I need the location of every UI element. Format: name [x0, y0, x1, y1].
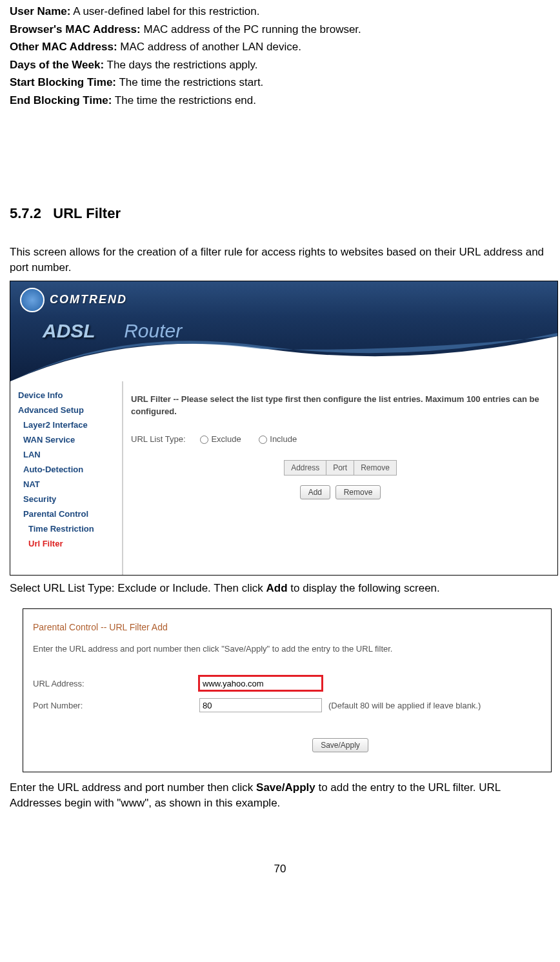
radio-include[interactable] — [259, 436, 267, 444]
header-curve — [10, 317, 557, 381]
intro-paragraph: This screen allows for the creation of a… — [10, 245, 550, 276]
nav-wan-service[interactable]: WAN Service — [18, 432, 122, 447]
definitions-list: User Name: A user-defined label for this… — [10, 3, 550, 108]
page-number: 70 — [10, 863, 550, 876]
list-type-label: URL List Type: — [131, 434, 186, 444]
router-header: COMTREND ADSL Router — [10, 281, 557, 381]
nav-parental-control[interactable]: Parental Control — [18, 506, 122, 521]
logo-icon — [20, 288, 45, 312]
instruction-paragraph-2: Enter the URL address and port number th… — [10, 780, 550, 811]
nav-nat[interactable]: NAT — [18, 477, 122, 492]
port-number-row: Port Number: (Default 80 will be applied… — [33, 698, 541, 712]
save-apply-button[interactable]: Save/Apply — [312, 738, 368, 752]
nav-security[interactable]: Security — [18, 492, 122, 506]
nav-layer2[interactable]: Layer2 Interface — [18, 417, 122, 432]
section-title: URL Filter — [53, 205, 121, 221]
def-label: Days of the Week: — [10, 59, 104, 71]
router-content: Device Info Advanced Setup Layer2 Interf… — [10, 381, 557, 575]
def-text: The time the restrictions end. — [112, 94, 256, 106]
sidebar-nav: Device Info Advanced Setup Layer2 Interf… — [10, 381, 123, 575]
nav-time-restriction[interactable]: Time Restriction — [18, 521, 122, 536]
th-remove: Remove — [354, 460, 397, 475]
router-screenshot: COMTREND ADSL Router Device Info Advance… — [10, 281, 558, 576]
url-address-row: URL Address: — [33, 676, 541, 690]
nav-device-info[interactable]: Device Info — [18, 388, 122, 403]
remove-button[interactable]: Remove — [335, 485, 381, 499]
def-label: Start Blocking Time: — [10, 76, 116, 88]
dialog-title: Parental Control -- URL Filter Add — [33, 622, 541, 632]
th-address: Address — [285, 460, 326, 475]
def-text: The days the restrictions apply. — [104, 59, 257, 71]
def-row: Start Blocking Time: The time the restri… — [10, 74, 550, 91]
def-row: Days of the Week: The days the restricti… — [10, 57, 550, 74]
button-row: Add Remove — [131, 485, 550, 499]
radio-include-label[interactable]: Include — [259, 434, 297, 444]
filter-table: Address Port Remove — [284, 460, 397, 476]
nav-advanced-setup[interactable]: Advanced Setup — [18, 403, 122, 417]
def-text: MAC address of another LAN device. — [117, 41, 301, 53]
url-address-input[interactable] — [199, 676, 322, 690]
def-row: End Blocking Time: The time the restrict… — [10, 92, 550, 109]
def-text: The time the restrictions start. — [116, 76, 263, 88]
def-row: User Name: A user-defined label for this… — [10, 3, 550, 20]
nav-auto-detection[interactable]: Auto-Detection — [18, 462, 122, 477]
nav-url-filter[interactable]: Url Filter — [18, 536, 122, 551]
logo-area: COMTREND — [20, 288, 127, 312]
def-label: Browser's MAC Address: — [10, 23, 141, 35]
th-port: Port — [326, 460, 354, 475]
save-apply-bold: Save/Apply — [256, 781, 315, 794]
port-number-input[interactable] — [199, 698, 322, 712]
section-heading: 5.7.2 URL Filter — [10, 205, 550, 222]
radio-exclude[interactable] — [200, 436, 208, 444]
def-row: Other MAC Address: MAC address of anothe… — [10, 39, 550, 55]
port-number-label: Port Number: — [33, 701, 199, 710]
url-filter-add-screenshot: Parental Control -- URL Filter Add Enter… — [23, 608, 552, 772]
section-number: 5.7.2 — [10, 205, 41, 221]
add-button[interactable]: Add — [300, 485, 330, 499]
nav-lan[interactable]: LAN — [18, 447, 122, 462]
def-label: User Name: — [10, 5, 71, 17]
add-bold: Add — [266, 582, 288, 594]
main-panel: URL Filter -- Please select the list typ… — [123, 381, 557, 575]
url-address-label: URL Address: — [33, 679, 199, 688]
radio-exclude-label[interactable]: Exclude — [200, 434, 241, 444]
port-hint: (Default 80 will be applied if leave bla… — [328, 701, 481, 710]
list-type-row: URL List Type: Exclude Include — [131, 434, 550, 444]
brand-name: COMTREND — [50, 293, 127, 306]
def-label: Other MAC Address: — [10, 41, 117, 53]
def-text: MAC address of the PC running the browse… — [141, 23, 361, 35]
dialog-instruction: Enter the URL address and port number th… — [33, 644, 541, 654]
panel-heading: URL Filter -- Please select the list typ… — [131, 393, 550, 418]
def-text: A user-defined label for this restrictio… — [71, 5, 260, 17]
instruction-paragraph-1: Select URL List Type: Exclude or Include… — [10, 581, 550, 596]
def-row: Browser's MAC Address: MAC address of th… — [10, 21, 550, 38]
def-label: End Blocking Time: — [10, 94, 112, 106]
save-apply-row: Save/Apply — [33, 738, 541, 752]
